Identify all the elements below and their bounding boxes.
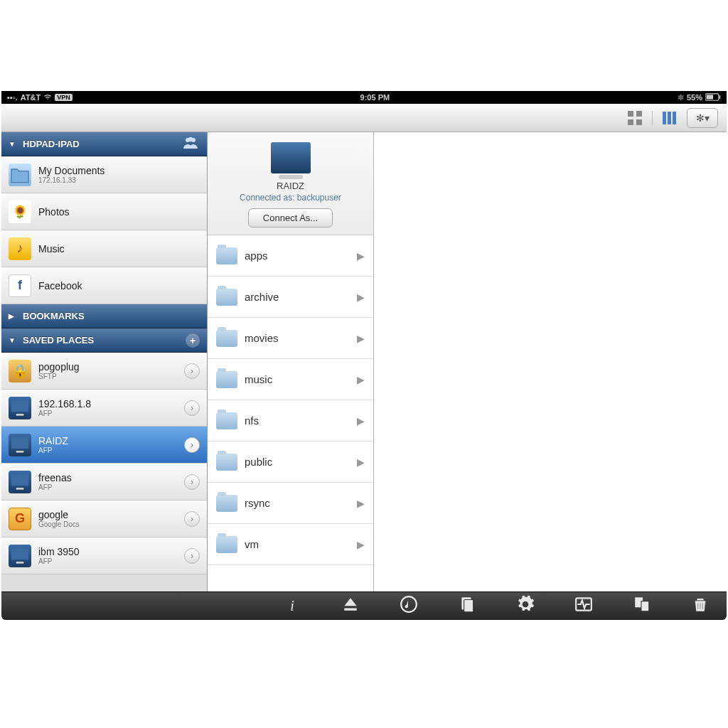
folder-row-movies[interactable]: movies ▶ xyxy=(208,318,373,359)
computer-icon xyxy=(9,471,31,493)
section-header-device[interactable]: ▼ HDPAD-IPAD xyxy=(1,132,207,156)
settings-button[interactable]: ✻▾ xyxy=(687,108,718,128)
svg-rect-16 xyxy=(16,451,24,453)
activity-icon[interactable] xyxy=(574,595,593,617)
svg-rect-15 xyxy=(11,437,28,449)
section-header-bookmarks[interactable]: ▶ BOOKMARKS xyxy=(1,304,207,328)
info-icon[interactable]: i xyxy=(283,598,301,614)
server-connected-as: Connected as: backupuser xyxy=(215,193,366,203)
sidebar-item-label: pogoplug xyxy=(38,361,177,373)
chevron-right-icon: ▶ xyxy=(357,374,365,385)
sidebar-item-label: google xyxy=(38,509,177,520)
chevron-right-icon: ▶ xyxy=(357,539,365,550)
svg-point-21 xyxy=(401,596,417,612)
music-icon: ♪ xyxy=(9,237,31,260)
chevron-down-icon: ▼ xyxy=(9,140,18,148)
folder-row-rsync[interactable]: rsync ▶ xyxy=(208,483,373,524)
sidebar-item-google[interactable]: G google Google Docs › xyxy=(1,500,207,537)
disclosure-button[interactable]: › xyxy=(184,400,200,416)
section-title-device: HDPAD-IPAD xyxy=(23,139,80,149)
toolbar-separator xyxy=(652,111,653,125)
folder-row-public[interactable]: public ▶ xyxy=(208,441,373,483)
sidebar-item-music[interactable]: ♪ Music xyxy=(1,230,207,267)
sidebar-item-pogoplug[interactable]: 🔒 pogoplug SFTP › xyxy=(1,353,207,390)
disclosure-button[interactable]: › xyxy=(184,474,200,490)
sidebar-item-label: Photos xyxy=(38,206,200,218)
folder-label: nfs xyxy=(245,414,350,427)
folder-row-music[interactable]: music ▶ xyxy=(208,359,373,400)
sidebar-item-sublabel: AFP xyxy=(38,410,177,417)
folder-icon xyxy=(9,164,31,186)
svg-rect-2 xyxy=(707,95,713,99)
add-place-button[interactable]: + xyxy=(186,333,200,348)
sidebar-item-sublabel: Google Docs xyxy=(38,520,177,528)
svg-rect-14 xyxy=(16,414,24,416)
wifi-icon xyxy=(43,92,52,102)
column-view-icon[interactable] xyxy=(660,109,680,127)
chevron-right-icon: ▶ xyxy=(357,250,365,262)
folder-row-apps[interactable]: apps ▶ xyxy=(208,235,373,277)
sidebar-item-sublabel: AFP xyxy=(38,483,177,491)
sidebar-item-label: freenas xyxy=(38,472,177,483)
grid-view-icon[interactable] xyxy=(625,109,645,127)
folder-icon xyxy=(216,330,237,347)
sidebar-item-label: RAIDZ xyxy=(38,435,177,446)
documents-icon[interactable] xyxy=(458,595,476,617)
status-right: ✱ 55% xyxy=(678,93,721,102)
sidebar-item-192-168-1-8[interactable]: 192.168.1.8 AFP › xyxy=(1,390,207,427)
sidebar-item-facebook[interactable]: f Facebook xyxy=(1,267,207,304)
gear-icon[interactable] xyxy=(516,595,535,617)
sidebar-item-label: 192.168.1.8 xyxy=(38,398,177,410)
chevron-right-icon: › xyxy=(191,514,193,524)
folder-icon xyxy=(216,454,237,471)
folder-row-vm[interactable]: vm ▶ xyxy=(208,524,373,565)
section-header-saved-places[interactable]: ▼ SAVED PLACES + xyxy=(1,328,207,353)
chevron-right-icon: ▶ xyxy=(357,333,365,344)
chevron-right-icon: ▶ xyxy=(357,456,365,468)
top-toolbar: ✻▾ xyxy=(1,104,727,132)
people-icon[interactable] xyxy=(181,136,200,152)
folder-label: music xyxy=(245,373,350,385)
sidebar-item-sublabel: AFP xyxy=(38,557,177,565)
disclosure-button[interactable]: › xyxy=(184,511,200,527)
svg-rect-19 xyxy=(11,548,28,560)
svg-rect-26 xyxy=(641,601,649,611)
sidebar-item-sublabel: AFP xyxy=(38,446,177,454)
folder-label: archive xyxy=(245,291,350,303)
disclosure-button[interactable]: › xyxy=(184,548,200,564)
sidebar-item-freenas[interactable]: freenas AFP › xyxy=(1,464,207,500)
svg-rect-17 xyxy=(11,474,28,486)
bottom-toolbar: i xyxy=(1,592,727,620)
chevron-down-icon: ▼ xyxy=(9,336,18,344)
chevron-right-icon: ▶ xyxy=(9,312,18,320)
folder-label: rsync xyxy=(245,497,350,509)
disclosure-button[interactable]: › xyxy=(184,437,200,453)
folder-column: RAIDZ Connected as: backupuser Connect A… xyxy=(208,132,374,592)
connect-as-button[interactable]: Connect As... xyxy=(248,208,333,228)
folder-row-archive[interactable]: archive ▶ xyxy=(208,277,373,318)
music-note-icon[interactable] xyxy=(400,595,418,617)
status-time: 9:05 PM xyxy=(73,93,678,102)
folder-icon xyxy=(216,536,237,553)
server-computer-icon xyxy=(271,142,311,173)
sidebar-item-raidz[interactable]: RAIDZ AFP › xyxy=(1,427,207,464)
svg-rect-20 xyxy=(16,562,24,564)
transfer-icon[interactable] xyxy=(633,595,651,617)
folder-label: movies xyxy=(245,332,350,344)
sidebar: ▼ HDPAD-IPAD My Documents 172.16.1.33 🌻 xyxy=(1,132,208,592)
svg-rect-8 xyxy=(668,112,671,124)
sidebar-item-photos[interactable]: 🌻 Photos xyxy=(1,193,207,230)
eject-icon[interactable] xyxy=(341,595,360,617)
svg-rect-9 xyxy=(673,112,676,124)
sidebar-item-ibm-3950[interactable]: ibm 3950 AFP › xyxy=(1,537,207,574)
folder-label: vm xyxy=(245,538,350,550)
trash-icon[interactable] xyxy=(691,594,710,619)
folder-label: public xyxy=(245,456,350,468)
computer-icon xyxy=(9,545,31,567)
plus-icon: + xyxy=(186,333,200,348)
lock-drive-icon: 🔒 xyxy=(9,360,31,382)
sidebar-item-my-documents[interactable]: My Documents 172.16.1.33 xyxy=(1,156,207,193)
folder-row-nfs[interactable]: nfs ▶ xyxy=(208,400,373,441)
sidebar-item-sublabel: 172.16.1.33 xyxy=(38,176,200,184)
disclosure-button[interactable]: › xyxy=(184,363,200,379)
